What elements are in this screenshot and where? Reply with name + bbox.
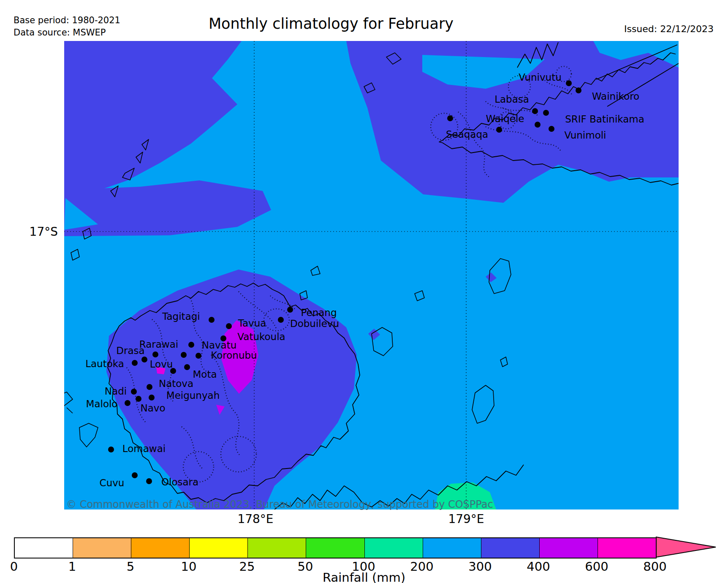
place-label: Olosara [161, 477, 198, 488]
page: Base period: 1980-2021 Data source: MSWE… [0, 0, 728, 583]
colorbar-tick-label: 5 [127, 559, 134, 574]
colorbar-segment [423, 538, 481, 558]
place-dot [136, 396, 141, 402]
place-label: Mota [193, 369, 217, 380]
place-label: Navatu [202, 340, 237, 351]
place-dot [549, 126, 554, 132]
place-label: Vatukoula [237, 331, 285, 342]
place-label: Penang [301, 307, 337, 318]
colorbar-segment [247, 538, 306, 558]
place-label: Koronubu [211, 350, 257, 361]
arrow-shape [656, 537, 716, 557]
place-dot [576, 87, 581, 93]
place-label: Seaqaqa [446, 129, 488, 140]
colorbar-tick-label: 800 [643, 559, 666, 574]
colorbar-tick-label: 0 [10, 559, 18, 574]
colorbar-segment [15, 538, 73, 558]
place-label: Wainikoro [592, 91, 639, 102]
colorbar-segment [598, 538, 656, 558]
place-dot [132, 360, 138, 366]
colorbar-segment [364, 538, 423, 558]
place-label: Lomawai [122, 443, 166, 454]
place-label: Labasa [494, 94, 529, 105]
colorbar-tick-label: 300 [468, 559, 492, 574]
place-label: Tagitagi [162, 311, 200, 322]
place-label: Navo [141, 403, 166, 414]
place-dot [209, 317, 215, 323]
colorbar-overflow-arrow [656, 537, 717, 558]
place-label: Waiqele [486, 113, 524, 124]
colorbar-segment [73, 538, 131, 558]
colorbar-segment [481, 538, 539, 558]
place-dot [184, 364, 190, 370]
x-axis-tick-178e: 178°E [237, 512, 273, 526]
place-label: Dobuilevu [290, 318, 339, 329]
place-dot [226, 323, 232, 329]
place-dot [535, 122, 541, 128]
place-dot [278, 317, 284, 323]
colorbar-title: Rainfall (mm) [323, 570, 405, 583]
place-dot [131, 389, 137, 395]
x-axis-tick-179e: 179°E [448, 512, 484, 526]
colorbar [14, 537, 657, 558]
colorbar-segment [306, 538, 364, 558]
place-dot [566, 80, 572, 86]
place-dot [125, 400, 130, 406]
place-dot [152, 351, 158, 357]
colorbar-tick-label: 10 [181, 559, 197, 574]
place-dot [181, 352, 187, 358]
place-dot [108, 447, 114, 452]
place-label: Lautoka [85, 358, 124, 369]
colorbar-tick-label: 200 [410, 559, 433, 574]
place-label: Meigunyah [166, 390, 220, 401]
place-dot [132, 472, 138, 478]
place-label: Tavua [238, 318, 266, 329]
rainfall-map: VunivutuWainikoroLabasaWaiqeleSRIF Batin… [0, 0, 728, 583]
place-label: Cuvu [100, 477, 125, 488]
colorbar-tick-label: 600 [585, 559, 608, 574]
colorbar-segment [189, 538, 247, 558]
place-dot [188, 342, 194, 348]
colorbar-tick-label: 1 [68, 559, 76, 574]
place-label: Malolo [86, 398, 118, 409]
copyright-text: © Commonwealth of Australia 2023, Bureau… [66, 499, 493, 510]
place-dot [146, 478, 152, 484]
colorbar-segment [539, 538, 598, 558]
place-dot [447, 115, 453, 121]
place-label: Nadi [105, 386, 127, 397]
place-dot [141, 357, 147, 362]
place-dot [196, 353, 201, 359]
colorbar-tick-label: 400 [527, 559, 550, 574]
place-label: Vunimoli [565, 130, 606, 141]
place-label: Lovu [150, 359, 173, 370]
place-dot [543, 110, 549, 116]
place-dot [149, 395, 155, 400]
map-canvas [64, 41, 679, 509]
place-label: Drasa [116, 345, 144, 356]
colorbar-tick-label: 50 [298, 559, 313, 574]
place-label: Natova [159, 378, 193, 389]
colorbar-segment [131, 538, 189, 558]
y-axis-tick-17s: 17°S [30, 225, 58, 239]
colorbar-tick-label: 25 [239, 559, 255, 574]
place-dot [532, 108, 538, 114]
place-label: Vunivutu [519, 72, 562, 83]
place-dot [496, 127, 502, 133]
place-label: Rarawai [139, 339, 178, 350]
place-dot [147, 384, 152, 390]
place-dot [287, 307, 293, 313]
place-label: SRIF Batinikama [565, 114, 644, 125]
